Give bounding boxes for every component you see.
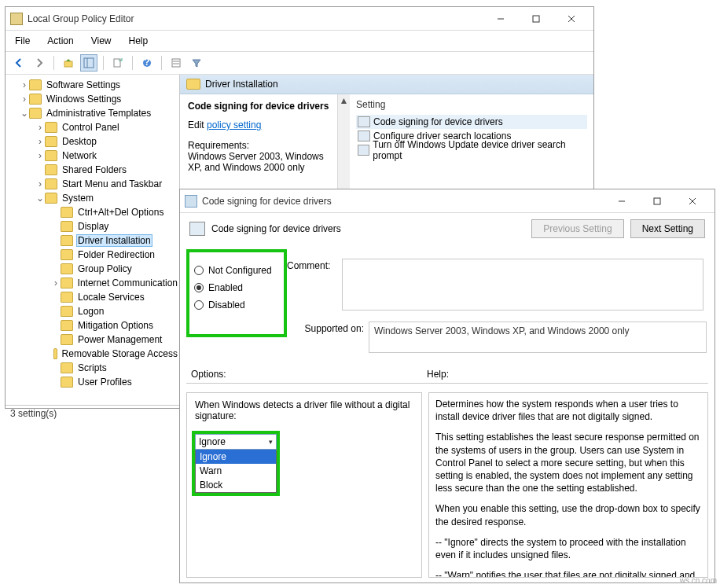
tree-node-ctrlaltdel[interactable]: Ctrl+Alt+Del Options [6,205,179,219]
supported-label: Supported on: [287,322,364,334]
tree-node-logon[interactable]: Logon [6,304,179,318]
comment-label: Comment: [287,259,342,271]
svg-rect-14 [654,198,660,204]
menu-action[interactable]: Action [44,34,76,48]
show-tree-button[interactable] [80,54,97,72]
radio-not-configured[interactable]: Not Configured [194,265,279,276]
tree-node-shared-folders[interactable]: Shared Folders [6,163,179,177]
source-watermark: ws.cn.com [680,576,717,585]
detail-header-label: Driver Installation [205,79,278,90]
export-button[interactable] [109,54,127,72]
tree-node-group-policy[interactable]: Group Policy [6,262,179,276]
gpedit-titlebar[interactable]: Local Group Policy Editor [6,7,593,31]
signature-action-dropdown[interactable]: Ignore ▾ Ignore Warn Block [192,431,280,496]
setting-row[interactable]: Code signing for device drivers [356,115,587,129]
requirements-text: Windows Server 2003, Windows XP, and Win… [188,151,329,173]
tree-node-admin-templates[interactable]: ⌄Administrative Templates [6,106,179,120]
radio-label: Not Configured [208,265,272,276]
forward-button[interactable] [31,54,48,72]
setting-label: Turn off Windows Update device driver se… [373,139,586,161]
dialog-close-button[interactable] [674,190,710,212]
maximize-button[interactable] [518,8,553,30]
policy-tree[interactable]: ›Software Settings ›Windows Settings ⌄Ad… [6,75,180,405]
minimize-button[interactable] [483,8,518,30]
help-button[interactable]: ? [138,54,156,72]
setting-icon [358,130,370,141]
dialog-toolbar-label: Code signing for device drivers [211,223,341,234]
close-button[interactable] [553,8,589,30]
radio-label: Enabled [208,282,243,293]
next-setting-button[interactable]: Next Setting [630,219,705,238]
dropdown-item-warn[interactable]: Warn [196,464,276,478]
comment-field[interactable] [342,259,703,311]
tree-node-network[interactable]: ›Network [6,149,179,163]
tree-node-locale[interactable]: Locale Services [6,290,179,304]
column-setting[interactable]: Setting [356,99,587,110]
dropdown-item-block[interactable]: Block [196,478,276,492]
edit-policy-link[interactable]: policy setting [207,119,261,130]
back-button[interactable] [10,54,28,72]
tree-node-internet-comm[interactable]: ›Internet Communication [6,276,179,290]
radio-icon [194,266,204,275]
tree-node-windows-settings[interactable]: ›Windows Settings [6,92,179,106]
filter-button[interactable] [188,54,205,72]
radio-enabled[interactable]: Enabled [194,282,279,293]
tree-node-control-panel[interactable]: ›Control Panel [6,120,179,134]
tree-node-display[interactable]: Display [6,219,179,233]
radio-disabled[interactable]: Disabled [194,300,279,311]
tree-node-removable[interactable]: Removable Storage Access [6,347,179,361]
dialog-title: Code signing for device drivers [202,196,604,207]
setting-icon [358,116,370,127]
tree-node-driver-installation[interactable]: Driver Installation [6,233,179,248]
menu-file[interactable]: File [12,34,33,48]
menu-view[interactable]: View [88,34,115,48]
help-paragraph: When you enable this setting, use the dr… [435,502,701,527]
help-pane[interactable]: Determines how the system responds when … [428,392,708,578]
tree-node-software-settings[interactable]: ›Software Settings [6,78,179,92]
dialog-app-icon [185,195,197,208]
supported-row: Supported on: Windows Server 2003, Windo… [287,322,711,353]
radio-icon [194,283,204,292]
policy-icon [189,222,205,236]
edit-prefix: Edit [188,119,207,130]
supported-text: Windows Server 2003, Windows XP, and Win… [369,322,707,353]
folder-icon [186,79,200,90]
up-level-button[interactable] [60,54,77,72]
previous-setting-button[interactable]: Previous Setting [531,219,623,238]
dropdown-item-ignore[interactable]: Ignore [196,450,276,464]
policy-dialog: Code signing for device drivers Code sig… [179,189,715,583]
dialog-titlebar[interactable]: Code signing for device drivers [180,189,714,213]
status-text: 3 setting(s) [10,408,57,419]
tree-node-system[interactable]: ⌄System [6,191,179,205]
radio-icon [194,300,204,310]
policy-title: Code signing for device drivers [188,101,329,112]
setting-label: Code signing for device drivers [373,116,503,127]
dialog-minimize-button[interactable] [604,190,639,212]
setting-row[interactable]: Turn off Windows Update device driver se… [356,143,587,157]
help-paragraph: -- "Ignore" directs the system to procee… [435,536,701,561]
svg-rect-10 [172,59,180,67]
help-paragraph: -- "Warn" notifies the user that files a… [435,569,701,578]
setting-icon [358,145,369,156]
radio-label: Disabled [208,300,245,311]
menu-help[interactable]: Help [126,34,152,48]
chevron-down-icon: ▾ [269,438,273,446]
tree-node-scripts[interactable]: Scripts [6,361,179,375]
state-radio-group: Not Configured Enabled Disabled [186,249,287,337]
tree-node-user-profiles[interactable]: User Profiles [6,375,179,389]
dialog-maximize-button[interactable] [639,190,674,212]
tree-node-start-taskbar[interactable]: ›Start Menu and Taskbar [6,177,179,191]
tree-node-folder-redir[interactable]: Folder Redirection [6,248,179,262]
properties-button[interactable] [167,54,185,72]
gpedit-title: Local Group Policy Editor [28,13,483,24]
dropdown-list: Ignore Warn Block [195,450,277,493]
help-section-label: Help: [427,369,707,380]
scroll-up-icon[interactable]: ▲ [338,94,350,107]
dialog-toolbar: Code signing for device drivers Previous… [180,213,714,244]
dropdown-selected[interactable]: Ignore ▾ [195,434,277,450]
svg-rect-4 [64,61,72,67]
tree-node-mitigation[interactable]: Mitigation Options [6,318,179,333]
tree-node-desktop[interactable]: ›Desktop [6,134,179,149]
tree-node-power[interactable]: Power Management [6,333,179,347]
help-paragraph: Determines how the system responds when … [435,398,701,423]
